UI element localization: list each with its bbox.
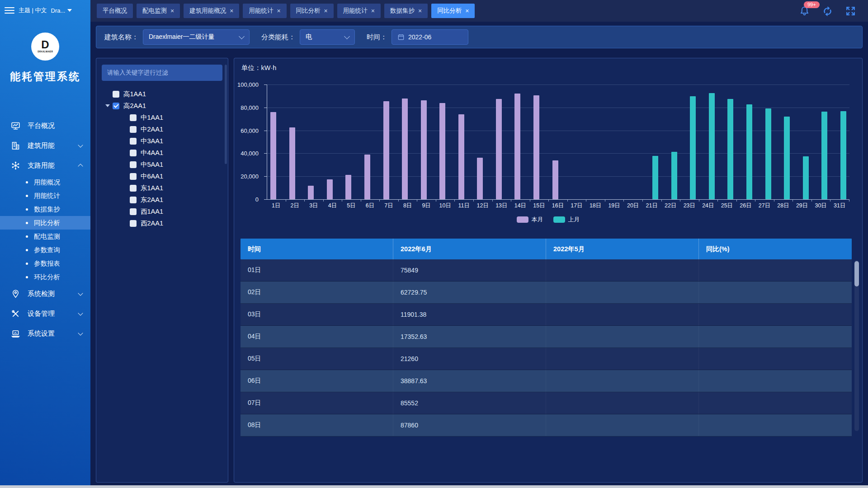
checkbox[interactable] — [130, 126, 137, 133]
laptop-icon — [11, 329, 20, 338]
sidebar-item-4[interactable]: 设备管理 — [0, 304, 90, 324]
close-icon[interactable]: × — [418, 7, 422, 14]
tab-同比分析[interactable]: 同比分析× — [290, 4, 334, 18]
tab-平台概况[interactable]: 平台概况 — [97, 4, 133, 18]
tree-node-东1AA1[interactable]: 东1AA1 — [102, 182, 222, 194]
x-axis-tick — [304, 199, 305, 202]
close-icon[interactable]: × — [230, 7, 233, 14]
bullet-icon — [26, 208, 28, 211]
tree-node-东2AA1[interactable]: 东2AA1 — [102, 194, 222, 206]
x-axis-tick-label: 5日 — [342, 202, 361, 210]
x-axis-tick-label: 1日 — [267, 202, 286, 210]
tree-node-中2AA1[interactable]: 中2AA1 — [102, 123, 222, 135]
tab-label: 平台概况 — [103, 7, 127, 15]
table-cell — [546, 304, 699, 325]
energy-type-select[interactable]: 电 — [300, 29, 355, 45]
refresh-icon[interactable] — [822, 5, 833, 17]
y-axis-tick — [264, 153, 267, 154]
bar-上月-23日 — [690, 96, 696, 199]
tree-node-label: 东1AA1 — [141, 184, 163, 192]
checkbox[interactable] — [130, 138, 137, 145]
tree-node-高2AA1[interactable]: 高2AA1 — [102, 100, 222, 112]
sidebar-item-3[interactable]: 系统检测 — [0, 284, 90, 304]
checkbox[interactable] — [130, 208, 137, 215]
close-icon[interactable]: × — [324, 7, 328, 14]
tree-search-input[interactable]: 请输入关键字进行过滤 — [102, 65, 222, 81]
profile-selector[interactable]: Dra... — [51, 7, 72, 14]
sidebar-subitem-配电监测[interactable]: 配电监测 — [0, 230, 90, 243]
x-axis-tick — [567, 199, 568, 202]
sidebar-subitem-用能概况[interactable]: 用能概况 — [0, 175, 90, 189]
table-scrollbar[interactable] — [854, 260, 859, 431]
close-icon[interactable]: × — [371, 7, 375, 14]
table-cell: 75849 — [393, 259, 546, 281]
tree-node-高1AA1[interactable]: 高1AA1 — [102, 88, 222, 100]
checkbox[interactable] — [130, 150, 137, 156]
table-cell — [699, 304, 852, 325]
tree-node-中1AA1[interactable]: 中1AA1 — [102, 112, 222, 123]
sidebar-subitem-用能统计[interactable]: 用能统计 — [0, 189, 90, 202]
tree-node-中3AA1[interactable]: 中3AA1 — [102, 135, 222, 147]
x-axis-tick-label: 11日 — [454, 202, 473, 210]
x-axis-tick-label: 23日 — [680, 202, 699, 210]
checkbox[interactable] — [130, 161, 137, 168]
tab-配电监测[interactable]: 配电监测× — [137, 4, 180, 18]
bar-本月-1日 — [270, 112, 276, 199]
tab-bar: 平台概况配电监测×建筑用能概况×用能统计×同比分析×用能统计×数据集抄×同比分析… — [90, 0, 868, 22]
sidebar-item-2[interactable]: 支路用能 — [0, 155, 90, 175]
tree-node-中5AA1[interactable]: 中5AA1 — [102, 159, 222, 170]
sidebar-subitem-环比分析[interactable]: 环比分析 — [0, 270, 90, 284]
checkbox[interactable] — [130, 173, 137, 180]
x-axis-tick — [548, 199, 549, 202]
checkbox[interactable] — [130, 197, 137, 203]
legend-item-上月[interactable]: 上月 — [553, 216, 580, 224]
x-axis-tick — [811, 199, 812, 202]
legend-item-本月[interactable]: 本月 — [517, 216, 543, 224]
tab-用能统计[interactable]: 用能统计× — [337, 4, 381, 18]
open-tabs: 平台概况配电监测×建筑用能概况×用能统计×同比分析×用能统计×数据集抄×同比分析… — [97, 4, 478, 18]
sidebar-subitem-同比分析[interactable]: 同比分析 — [0, 216, 90, 230]
close-icon[interactable]: × — [170, 7, 174, 14]
tab-数据集抄[interactable]: 数据集抄× — [384, 4, 428, 18]
unit-label: 单位：kW·h — [241, 64, 276, 72]
date-picker-input[interactable]: 2022-06 — [392, 29, 468, 45]
table-cell: 21260 — [393, 348, 546, 370]
sidebar-subitem-参数查询[interactable]: 参数查询 — [0, 243, 90, 257]
tree-scrollbar[interactable] — [225, 65, 227, 164]
building-select[interactable]: Draexlmaier一二级计量 — [143, 29, 250, 45]
sidebar-item-1[interactable]: 建筑用能 — [0, 136, 90, 155]
x-axis-tick — [436, 199, 436, 202]
checkbox[interactable] — [113, 103, 119, 109]
sidebar-item-5[interactable]: 系统设置 — [0, 324, 90, 343]
x-axis-tick-label: 24日 — [699, 202, 718, 210]
sidebar-subitem-数据集抄[interactable]: 数据集抄 — [0, 202, 90, 216]
tree-node-西2AA1[interactable]: 西2AA1 — [102, 217, 222, 229]
tree-caret-icon[interactable] — [105, 104, 113, 107]
fullscreen-icon[interactable] — [845, 5, 856, 17]
tree-node-西1AA1[interactable]: 西1AA1 — [102, 206, 222, 217]
sidebar-subitem-参数报表[interactable]: 参数报表 — [0, 257, 90, 270]
checkbox[interactable] — [130, 185, 137, 192]
theme-language-label[interactable]: 主题 | 中文 — [19, 6, 47, 14]
notification-bell-icon[interactable]: 99+ — [799, 5, 810, 17]
hamburger-menu-icon[interactable] — [5, 7, 14, 14]
checkbox[interactable] — [113, 91, 119, 98]
tree-node-中6AA1[interactable]: 中6AA1 — [102, 170, 222, 182]
table-scrollbar-thumb[interactable] — [854, 261, 859, 286]
caret-down-icon — [67, 9, 72, 12]
x-axis-tick — [473, 199, 474, 202]
x-axis-tick — [736, 199, 737, 202]
checkbox[interactable] — [130, 114, 137, 121]
tab-同比分析[interactable]: 同比分析× — [431, 4, 475, 18]
legend-swatch — [553, 216, 565, 223]
tab-用能统计[interactable]: 用能统计× — [243, 4, 286, 18]
checkbox[interactable] — [130, 220, 137, 227]
sidebar-item-0[interactable]: 平台概况 — [0, 116, 90, 136]
close-icon[interactable]: × — [465, 7, 469, 14]
tree-node-中4AA1[interactable]: 中4AA1 — [102, 147, 222, 159]
close-icon[interactable]: × — [277, 7, 280, 14]
sidebar-subitem-label: 配电监测 — [34, 232, 60, 241]
x-axis-tick — [605, 199, 605, 202]
tab-建筑用能概况[interactable]: 建筑用能概况× — [184, 4, 239, 18]
x-axis-tick-label: 10日 — [436, 202, 455, 210]
